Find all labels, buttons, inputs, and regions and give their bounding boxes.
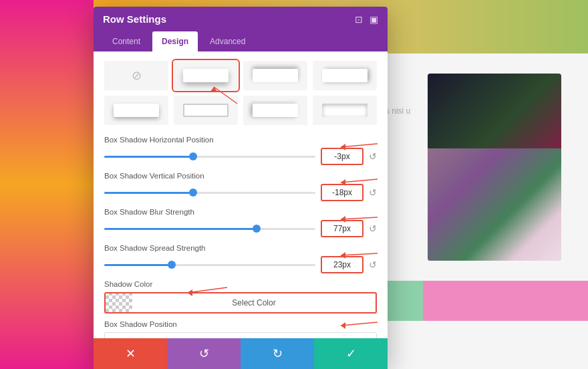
- shadow-color-label: Shadow Color: [104, 280, 377, 288]
- slider-spread-label: Box Shadow Spread Strength: [104, 244, 377, 252]
- slider-horizontal-reset[interactable]: ↺: [369, 151, 377, 162]
- cancel-button[interactable]: ✕: [94, 338, 167, 369]
- slider-blur-row: ↺: [104, 220, 377, 237]
- slider-blur-thumb[interactable]: [253, 225, 261, 233]
- slider-blur-label: Box Shadow Blur Strength: [104, 208, 377, 216]
- style-preview-outside: [183, 69, 228, 82]
- modal-header: Row Settings ⊡ ▣: [94, 7, 388, 31]
- slider-vertical: Box Shadow Vertical Position ↺: [104, 172, 377, 201]
- slider-horizontal-thumb[interactable]: [189, 152, 197, 160]
- style-shadow-top[interactable]: [243, 61, 307, 90]
- style-preview-top: [253, 69, 297, 82]
- style-preview-inset: [322, 104, 367, 117]
- style-preview-bottom: [114, 104, 158, 117]
- tab-content[interactable]: Content: [103, 31, 150, 51]
- shadow-color-section: Shadow Color Select Color: [104, 280, 377, 314]
- slider-horizontal-input[interactable]: [321, 148, 363, 165]
- slider-vertical-reset[interactable]: ↺: [369, 187, 377, 198]
- style-shadow-left[interactable]: [243, 96, 307, 125]
- slider-blur-fill: [104, 228, 257, 230]
- redo-icon: ↻: [273, 346, 283, 361]
- shadow-position-label: Box Shadow Position: [104, 320, 377, 328]
- style-border-outline[interactable]: [174, 96, 238, 125]
- slider-horizontal-label: Box Shadow Horizontal Position: [104, 136, 377, 144]
- modal-tabs: Content Design Advanced: [94, 31, 388, 51]
- slider-spread-track[interactable]: [104, 264, 315, 266]
- fullscreen-icon[interactable]: ⊡: [355, 14, 363, 25]
- modal-title: Row Settings: [103, 13, 166, 25]
- slider-vertical-input[interactable]: [321, 184, 363, 201]
- slider-blur-track[interactable]: [104, 228, 315, 230]
- slider-blur: Box Shadow Blur Strength ↺: [104, 208, 377, 237]
- bg-stripe-pink: [423, 281, 588, 321]
- tab-advanced[interactable]: Advanced: [200, 31, 255, 51]
- reset-button[interactable]: ↺: [167, 338, 241, 369]
- slider-blur-input[interactable]: [321, 220, 363, 237]
- slider-horizontal-row: ↺: [104, 148, 377, 165]
- color-checker: [106, 292, 132, 314]
- style-shadow-inset[interactable]: [313, 96, 377, 125]
- slider-spread-fill: [104, 264, 172, 266]
- modal-header-icons: ⊡ ▣: [355, 14, 378, 25]
- style-preview-left: [253, 104, 297, 117]
- slider-blur-reset[interactable]: ↺: [369, 223, 377, 234]
- slider-spread: Box Shadow Spread Strength ↺: [104, 244, 377, 273]
- cancel-icon: ✕: [126, 346, 136, 361]
- slider-vertical-row: ↺: [104, 184, 377, 201]
- style-preview-grid: ⊘: [104, 61, 377, 125]
- bg-left-gradient: [0, 0, 94, 369]
- bg-flowers: [428, 148, 561, 261]
- style-preview-outline: [183, 104, 228, 117]
- slider-horizontal-fill: [104, 156, 193, 158]
- style-preview-right: [322, 69, 367, 82]
- save-button[interactable]: ✓: [314, 338, 388, 369]
- style-shadow-outside[interactable]: [174, 61, 238, 90]
- select-color-label: Select Color: [132, 298, 376, 308]
- slider-spread-reset[interactable]: ↺: [369, 259, 377, 270]
- slider-vertical-track[interactable]: [104, 192, 315, 194]
- slider-spread-input[interactable]: [321, 256, 363, 273]
- slider-horizontal-track[interactable]: [104, 156, 315, 158]
- action-bar: ✕ ↺ ↻ ✓: [94, 338, 388, 369]
- color-picker[interactable]: Select Color: [104, 292, 377, 314]
- style-none[interactable]: ⊘: [104, 61, 168, 90]
- slider-spread-row: ↺: [104, 256, 377, 273]
- bg-image: [428, 74, 561, 261]
- save-icon: ✓: [346, 346, 356, 361]
- row-settings-modal: Row Settings ⊡ ▣ Content Design Advanced…: [94, 7, 388, 368]
- redo-button[interactable]: ↻: [241, 338, 314, 369]
- reset-icon: ↺: [199, 346, 209, 361]
- slider-vertical-label: Box Shadow Vertical Position: [104, 172, 377, 180]
- minimize-icon[interactable]: ▣: [370, 14, 378, 25]
- tab-design[interactable]: Design: [152, 31, 198, 51]
- slider-vertical-thumb[interactable]: [189, 189, 197, 197]
- modal-body: ⊘ Box Shad: [94, 51, 388, 368]
- slider-spread-thumb[interactable]: [168, 261, 176, 269]
- style-shadow-bottom[interactable]: [104, 96, 168, 125]
- style-shadow-right[interactable]: [313, 61, 377, 90]
- slider-vertical-fill: [104, 192, 193, 194]
- slider-horizontal: Box Shadow Horizontal Position ↺: [104, 136, 377, 165]
